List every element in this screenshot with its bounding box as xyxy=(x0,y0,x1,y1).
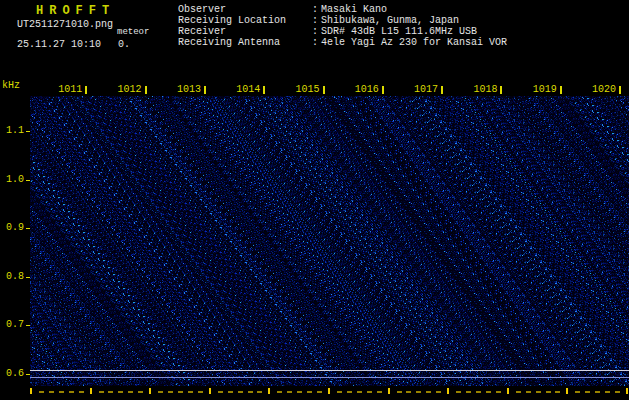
time-axis-label: 1019 xyxy=(531,84,557,95)
header-separator: : xyxy=(312,26,321,37)
header-label: Observer xyxy=(178,4,312,15)
time-axis-tick xyxy=(323,86,325,94)
echo-counter: 0. xyxy=(118,39,130,50)
app-title: HROFFT xyxy=(36,4,115,18)
time-axis-label: 1012 xyxy=(116,84,142,95)
header-row-observer: Observer:Masaki Kano xyxy=(178,4,507,15)
freq-axis-label: 0.8 xyxy=(2,271,24,282)
freq-axis-label: 0.7 xyxy=(2,319,24,330)
header-value: SDR# 43dB L15 111.6MHz USB xyxy=(321,26,477,37)
freq-axis-label: 1.1 xyxy=(2,125,24,136)
header-label: Receiving Location xyxy=(178,15,312,26)
time-axis-tick xyxy=(145,86,147,94)
header-separator: : xyxy=(312,15,321,26)
time-axis-label: 1015 xyxy=(294,84,320,95)
header-value: Shibukawa, Gunma, Japan xyxy=(321,15,459,26)
header-label: Receiving Antenna xyxy=(178,37,312,48)
time-axis-tick xyxy=(560,86,562,94)
time-axis-label: 1013 xyxy=(175,84,201,95)
datetime-label: 25.11.27 10:10 xyxy=(17,39,101,50)
time-axis-tick xyxy=(204,86,206,94)
header-value: Masaki Kano xyxy=(321,4,387,15)
header-row-antenna: Receiving Antenna:4ele Yagi Az 230 for K… xyxy=(178,37,507,48)
time-axis-label: 1011 xyxy=(56,84,82,95)
time-axis-tick xyxy=(619,86,621,94)
freq-axis-tick xyxy=(26,325,30,326)
freq-axis-label: 1.0 xyxy=(2,174,24,185)
freq-axis-tick xyxy=(26,374,30,375)
freq-axis-tick xyxy=(26,277,30,278)
spectrogram-canvas xyxy=(30,96,629,386)
freq-axis-tick xyxy=(26,131,30,132)
time-axis-tick xyxy=(85,86,87,94)
header-value: 4ele Yagi Az 230 for Kansai VOR xyxy=(321,37,507,48)
header-label: Receiver xyxy=(178,26,312,37)
header-separator: : xyxy=(312,37,321,48)
header-row-location: Receiving Location:Shibukawa, Gunma, Jap… xyxy=(178,15,507,26)
time-axis-label: 1018 xyxy=(471,84,497,95)
hrofft-window: HROFFT UT2511271010.png meteor 25.11.27 … xyxy=(0,0,629,400)
time-axis-tick xyxy=(500,86,502,94)
freq-axis-label: 0.6 xyxy=(2,368,24,379)
time-axis-label: 1016 xyxy=(353,84,379,95)
time-axis-label: 1017 xyxy=(412,84,438,95)
freq-axis-tick xyxy=(26,180,30,181)
freq-axis-tick xyxy=(26,228,30,229)
time-axis-tick xyxy=(263,86,265,94)
time-axis-tick xyxy=(382,86,384,94)
freq-axis-unit: kHz xyxy=(2,80,20,91)
observation-mode-label: meteor xyxy=(117,27,149,37)
output-filename: UT2511271010.png xyxy=(17,19,113,30)
header-separator: : xyxy=(312,4,321,15)
time-axis-label: 1014 xyxy=(234,84,260,95)
time-axis-label: 1020 xyxy=(590,84,616,95)
header-row-receiver: Receiver:SDR# 43dB L15 111.6MHz USB xyxy=(178,26,507,37)
freq-axis-label: 0.9 xyxy=(2,222,24,233)
observation-info-header: Observer:Masaki Kano Receiving Location:… xyxy=(178,4,507,48)
time-axis-tick xyxy=(441,86,443,94)
time-ruler-canvas xyxy=(30,387,629,399)
